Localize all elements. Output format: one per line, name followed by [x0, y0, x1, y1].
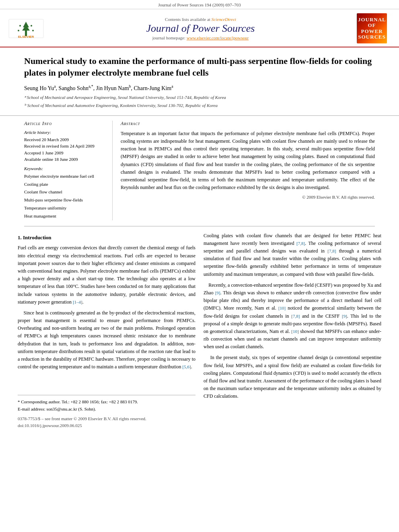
page-wrapper: Journal of Power Sources 194 (2009) 697–…: [0, 0, 399, 532]
article-title-section: Numerical study to examine the performan…: [0, 47, 399, 109]
intro-heading: 1. Introduction: [18, 234, 195, 242]
keyword-4: Multi-pass serpentine flow-fields: [24, 196, 106, 204]
ref-1-4: [1–4]: [73, 300, 82, 304]
logo-line1: JOURNAL OF POWER SOURCES: [358, 17, 386, 40]
article-info-heading: Article Info: [24, 121, 106, 127]
authors-line: Seung Ho Yua, Sangho Sohna,*, Jin Hyun N…: [24, 84, 375, 92]
svg-point-7: [32, 30, 34, 31]
sciencedirect-link[interactable]: ScienceDirect: [212, 17, 236, 22]
contents-line: Contents lists available at ScienceDirec…: [44, 17, 357, 22]
footnote-area: * Corresponding author. Tel.: +82 2 880 …: [18, 395, 195, 413]
article-title: Numerical study to examine the performan…: [24, 55, 375, 78]
history-heading: Article history:: [24, 130, 106, 135]
affiliation-a: ᵃ School of Mechanical and Aerospace Eng…: [24, 94, 375, 101]
svg-point-6: [18, 30, 19, 31]
citation-bar: Journal of Power Sources 194 (2009) 697–…: [0, 0, 399, 9]
svg-point-4: [19, 25, 21, 27]
ref-7-8a: [7,8]: [296, 241, 305, 246]
abstract-section: Abstract Temperature is an important fac…: [121, 121, 375, 220]
keyword-6: Heat management: [24, 212, 106, 220]
abstract-text: Temperature is an important factor that …: [121, 130, 375, 192]
copyright-line: © 2009 Elsevier B.V. All rights reserved…: [121, 195, 375, 199]
ref-7-8b: [7,8]: [327, 249, 336, 253]
online-date: Available online 18 June 2009: [24, 156, 106, 163]
elsevier-logo-area: ELSEVIER: [8, 18, 44, 39]
body-col-right: Cooling plates with coolant flow channel…: [204, 232, 381, 429]
journal-header: ELSEVIER Contents lists available at Sci…: [0, 9, 399, 47]
ref-5-6: [5,6]: [183, 364, 191, 369]
intro-para4: Recently, a convection-enhanced serpenti…: [204, 281, 381, 351]
journal-homepage: journal homepage: www.elsevier.com/locat…: [44, 35, 357, 40]
journal-info: Contents lists available at ScienceDirec…: [44, 17, 357, 40]
article-info-panel: Article Info Article history: Received 2…: [24, 121, 113, 220]
citation-text: Journal of Power Sources 194 (2009) 697–…: [158, 2, 241, 7]
received-date: Received 20 March 2009: [24, 136, 106, 143]
keyword-2: Cooling plate: [24, 181, 106, 189]
ref-10b: [10]: [291, 329, 298, 334]
svg-point-5: [31, 25, 32, 27]
keyword-1: Polymer electrolyte membrane fuel cell: [24, 173, 106, 181]
intro-para3: Cooling plates with coolant flow channel…: [204, 232, 381, 278]
revised-date: Received in revised form 24 April 2009: [24, 143, 106, 150]
elsevier-logo-icon: ELSEVIER: [8, 18, 44, 39]
cooling-word: cooling: [151, 356, 166, 362]
keywords-heading: Keywords:: [24, 166, 106, 171]
keywords-list: Polymer electrolyte membrane fuel cell C…: [24, 173, 106, 220]
keyword-3: Coolant flow channel: [24, 188, 106, 196]
issn-line: 0378-7753/$ – see front matter © 2009 El…: [18, 415, 195, 423]
intro-para1: Fuel cells are energy conversion devices…: [18, 244, 195, 306]
homepage-url[interactable]: www.elsevier.com/locate/jpowsour: [187, 35, 249, 40]
ref-10a: [10]: [278, 306, 286, 310]
journal-logo-box: JOURNAL OF POWER SOURCES: [357, 13, 387, 43]
footer-identifiers: 0378-7753/$ – see front matter © 2009 El…: [18, 415, 195, 429]
keyword-5: Temperature uniformity: [24, 204, 106, 212]
accepted-date: Accepted 1 June 2009: [24, 150, 106, 156]
section-divider: [24, 226, 375, 226]
info-abstract-section: Article Info Article history: Received 2…: [0, 115, 399, 220]
email-footnote: E-mail address: son35@snu.ac.kr (S. Sohn…: [18, 406, 195, 413]
svg-text:ELSEVIER: ELSEVIER: [18, 35, 34, 39]
journal-logo: JOURNAL OF POWER SOURCES: [357, 13, 387, 43]
body-content: 1. Introduction Fuel cells are energy co…: [0, 232, 399, 429]
ref-9b: [9]: [342, 314, 347, 318]
ref-7-8c: [7,8]: [291, 314, 300, 318]
ref-9a: [9]: [215, 290, 220, 295]
body-col-left: 1. Introduction Fuel cells are energy co…: [18, 232, 195, 429]
intro-para2: Since heat is continuously generated as …: [18, 309, 195, 371]
abstract-heading: Abstract: [121, 121, 375, 127]
corresponding-footnote: * Corresponding author. Tel.: +82 2 880 …: [18, 398, 195, 406]
doi-line: doi:10.1016/j.jpowsour.2009.06.025: [18, 422, 195, 429]
journal-title: Journal of Power Sources: [44, 23, 357, 35]
affiliation-b: ᵇ School of Mechanical and Automotive En…: [24, 102, 375, 109]
intro-para5: In the present study, six types of serpe…: [204, 354, 381, 400]
